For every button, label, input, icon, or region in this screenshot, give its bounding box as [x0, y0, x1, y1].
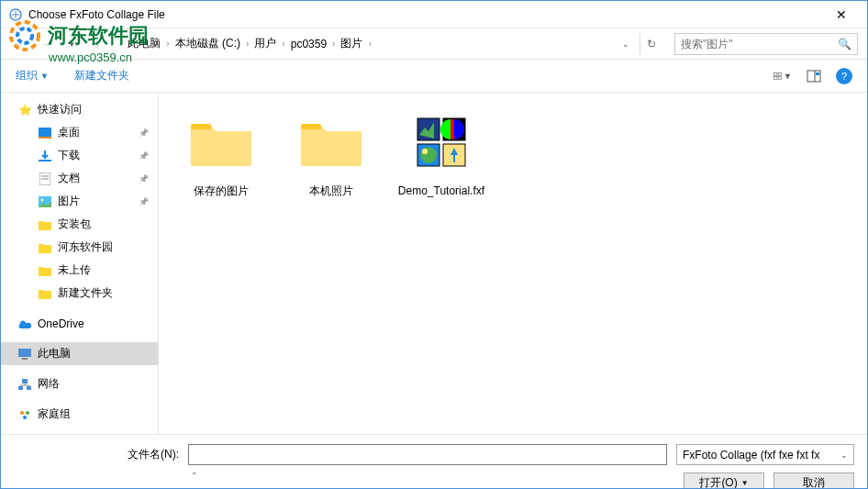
svg-rect-5 [774, 76, 777, 79]
sidebar-item-newfolder[interactable]: 新建文件夹 [1, 282, 158, 305]
file-label: 保存的图片 [177, 184, 265, 199]
svg-rect-6 [778, 76, 781, 79]
svg-rect-19 [22, 358, 28, 360]
svg-rect-21 [18, 386, 23, 390]
filename-label: 文件名(N): [14, 447, 179, 462]
filename-dropdown-icon[interactable]: ⌄ [191, 467, 198, 476]
sidebar-homegroup[interactable]: 家庭组 [1, 403, 158, 426]
folder-item[interactable]: 本机照片 [287, 106, 375, 199]
organize-menu[interactable]: 组织▼ [16, 68, 49, 83]
sidebar-desktop[interactable]: 桌面 [1, 121, 158, 144]
homegroup-icon [17, 407, 32, 422]
sidebar: ⭐快速访问 桌面 下载 文档 图片 安装包 河东软件园 未上传 新建文件夹 On… [1, 93, 159, 434]
sidebar-onedrive[interactable]: OneDrive [1, 312, 158, 335]
svg-point-17 [41, 198, 44, 201]
sidebar-item-hedong[interactable]: 河东软件园 [1, 236, 158, 259]
svg-rect-4 [778, 72, 781, 75]
chevron-right-icon: › [366, 39, 373, 49]
desktop-icon [38, 126, 52, 140]
svg-rect-3 [774, 72, 777, 75]
download-icon [38, 149, 52, 163]
file-item[interactable]: Demo_Tutorial.fxf [397, 106, 485, 199]
pc-icon [17, 347, 32, 361]
search-box[interactable]: 🔍 [674, 33, 858, 55]
svg-rect-7 [807, 71, 820, 82]
svg-point-24 [26, 411, 29, 415]
sidebar-network[interactable]: 网络 [1, 372, 158, 395]
onedrive-icon [17, 317, 32, 331]
svg-rect-22 [27, 386, 31, 390]
toolbar: 组织▼ 新建文件夹 ▼ ? [1, 60, 867, 93]
open-button[interactable]: 打开(O)▼ [684, 472, 764, 489]
search-input[interactable] [681, 38, 838, 50]
chevron-right-icon: › [280, 39, 286, 49]
svg-point-30 [420, 147, 437, 163]
search-icon[interactable]: 🔍 [838, 38, 851, 50]
file-label: Demo_Tutorial.fxf [397, 184, 485, 199]
folder-icon [38, 240, 52, 255]
up-button[interactable]: ↑ [87, 34, 107, 54]
chevron-right-icon: › [164, 39, 171, 49]
svg-rect-10 [39, 128, 51, 137]
folder-icon [38, 286, 52, 301]
recent-dropdown[interactable]: ▾ [61, 34, 82, 54]
svg-rect-11 [39, 137, 51, 139]
svg-rect-9 [816, 72, 819, 75]
titlebar: Choose FxFoto Collage File ✕ [1, 1, 867, 28]
cancel-button[interactable]: 取消 [773, 472, 854, 489]
pictures-icon [38, 194, 52, 209]
crumb-users[interactable]: 用户 [250, 34, 280, 53]
star-icon: ⭐ [17, 103, 32, 117]
chevron-right-icon: › [330, 39, 337, 49]
forward-button[interactable]: → [36, 34, 56, 54]
sidebar-item-unupload[interactable]: 未上传 [1, 259, 158, 282]
svg-point-31 [422, 149, 428, 154]
sidebar-documents[interactable]: 文档 [1, 167, 158, 190]
file-list[interactable]: 保存的图片 本机照片 Demo_Tutorial.fxf [159, 93, 867, 434]
crumb-thispc[interactable]: 此电脑 [124, 34, 164, 53]
svg-point-23 [20, 411, 24, 415]
new-folder-button[interactable]: 新建文件夹 [74, 68, 129, 83]
crumb-user[interactable]: pc0359 [287, 36, 330, 52]
window-title: Choose FxFoto Collage File [28, 8, 823, 21]
svg-rect-18 [18, 349, 31, 357]
app-icon [8, 7, 23, 22]
folder-icon [38, 217, 52, 232]
svg-rect-20 [22, 379, 28, 383]
sidebar-quick-access[interactable]: ⭐快速访问 [1, 98, 158, 121]
file-label: 本机照片 [287, 184, 375, 199]
chevron-right-icon: › [244, 39, 250, 49]
filetype-select[interactable]: FxFoto Collage (fxf fxe fxt fx⌄ [676, 444, 854, 465]
refresh-button[interactable]: ↻ [640, 34, 662, 54]
breadcrumb[interactable]: › 此电脑 › 本地磁盘 (C:) › 用户 › pc0359 › 图片 › ⌄ [113, 33, 634, 55]
filename-input-wrapper[interactable]: ⌄ [188, 444, 667, 465]
chevron-right-icon: › [117, 39, 124, 49]
network-icon [17, 377, 32, 392]
back-button[interactable]: ← [10, 34, 30, 54]
crumb-pictures[interactable]: 图片 [337, 34, 366, 53]
svg-point-25 [23, 416, 27, 419]
sidebar-pictures[interactable]: 图片 [1, 190, 158, 213]
filename-input[interactable] [193, 445, 662, 464]
preview-pane-button[interactable] [805, 67, 823, 85]
breadcrumb-dropdown-icon[interactable]: ⌄ [622, 39, 629, 49]
sidebar-this-pc[interactable]: 此电脑 [1, 342, 158, 365]
svg-rect-12 [39, 160, 51, 161]
documents-icon [38, 172, 52, 186]
sidebar-item-pkg[interactable]: 安装包 [1, 213, 158, 236]
folder-icon [38, 263, 52, 278]
view-icons-button[interactable]: ▼ [773, 67, 792, 85]
nav-bar: ← → ▾ ↑ › 此电脑 › 本地磁盘 (C:) › 用户 › pc0359 … [1, 28, 867, 60]
folder-item[interactable]: 保存的图片 [177, 106, 265, 199]
help-button[interactable]: ? [836, 68, 852, 84]
close-button[interactable]: ✕ [823, 7, 860, 22]
crumb-disk[interactable]: 本地磁盘 (C:) [172, 34, 244, 53]
footer: 文件名(N): ⌄ FxFoto Collage (fxf fxe fxt fx… [1, 434, 867, 489]
sidebar-downloads[interactable]: 下载 [1, 144, 158, 167]
